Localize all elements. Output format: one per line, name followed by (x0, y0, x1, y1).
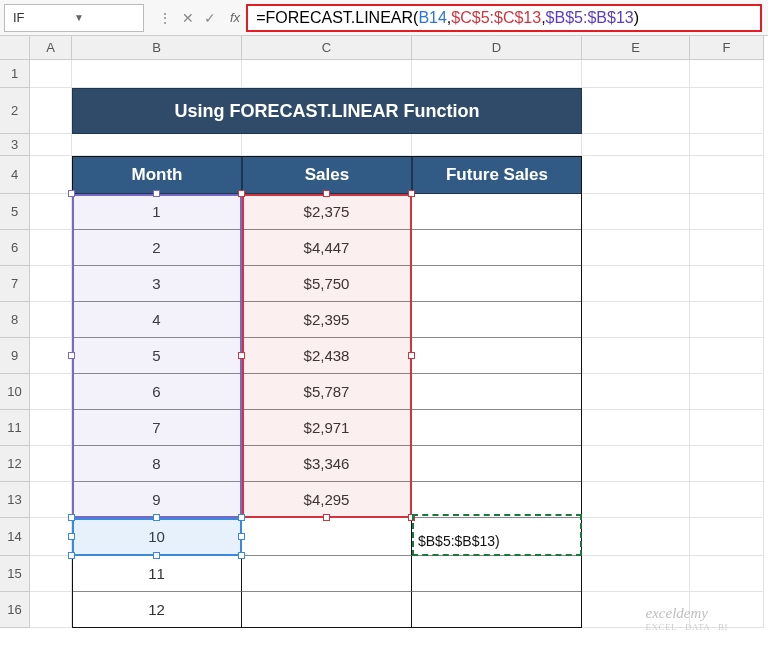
cell-future-11[interactable] (412, 556, 582, 592)
range-handle[interactable] (238, 514, 245, 521)
name-box[interactable]: IF ▼ (4, 4, 144, 32)
cell-month-11[interactable]: 11 (72, 556, 242, 592)
row-header-3[interactable]: 3 (0, 134, 30, 156)
range-handle[interactable] (408, 514, 415, 521)
formula-arg2: $C$5:$C$13 (451, 9, 541, 27)
row-header-4[interactable]: 4 (0, 156, 30, 194)
cell-sales-2[interactable]: $4,447 (242, 230, 412, 266)
cell-sales-12[interactable] (242, 592, 412, 628)
row-header-1[interactable]: 1 (0, 60, 30, 88)
cell-month-1[interactable]: 1 (72, 194, 242, 230)
col-header-D[interactable]: D (412, 36, 582, 60)
cell-sales-5[interactable]: $2,438 (242, 338, 412, 374)
range-handle[interactable] (323, 514, 330, 521)
row-header-9[interactable]: 9 (0, 338, 30, 374)
col-header-E[interactable]: E (582, 36, 690, 60)
cell-month-8[interactable]: 8 (72, 446, 242, 482)
formula-fn: FORECAST.LINEAR( (265, 9, 418, 27)
column-headers: ABCDEF (30, 36, 764, 60)
range-handle[interactable] (238, 352, 245, 359)
cell-sales-7[interactable]: $2,971 (242, 410, 412, 446)
cell-sales-4[interactable]: $2,395 (242, 302, 412, 338)
cell-month-6[interactable]: 6 (72, 374, 242, 410)
cell-future-4[interactable] (412, 302, 582, 338)
cell-sales-6[interactable]: $5,787 (242, 374, 412, 410)
range-handle[interactable] (408, 190, 415, 197)
cell-month-4[interactable]: 4 (72, 302, 242, 338)
range-handle[interactable] (153, 190, 160, 197)
cell-month-12[interactable]: 12 (72, 592, 242, 628)
col-header-B[interactable]: B (72, 36, 242, 60)
cells-area[interactable]: Using FORECAST.LINEAR FunctionMonthSales… (30, 60, 764, 628)
cell-sales-11[interactable] (242, 556, 412, 592)
col-header-F[interactable]: F (690, 36, 764, 60)
cell-future-6[interactable] (412, 374, 582, 410)
formula-bar: IF ▼ ⋮ ✕ ✓ fx =FORECAST.LINEAR(B14,$C$5:… (0, 0, 768, 36)
title-banner: Using FORECAST.LINEAR Function (72, 88, 582, 134)
range-handle[interactable] (323, 190, 330, 197)
header-month: Month (72, 156, 242, 194)
cell-future-12[interactable] (412, 592, 582, 628)
formula-eq: = (256, 9, 265, 27)
select-all-corner[interactable] (0, 36, 30, 60)
row-header-7[interactable]: 7 (0, 266, 30, 302)
cell-month-2[interactable]: 2 (72, 230, 242, 266)
cell-sales-1[interactable]: $2,375 (242, 194, 412, 230)
divider-icon: ⋮ (158, 10, 172, 26)
range-handle[interactable] (68, 352, 75, 359)
watermark-text: exceldemy (646, 605, 708, 621)
row-header-12[interactable]: 12 (0, 446, 30, 482)
cell-future-2[interactable] (412, 230, 582, 266)
range-handle[interactable] (408, 352, 415, 359)
cell-future-7[interactable] (412, 410, 582, 446)
cell-sales-8[interactable]: $3,346 (242, 446, 412, 482)
row-header-15[interactable]: 15 (0, 556, 30, 592)
row-header-10[interactable]: 10 (0, 374, 30, 410)
range-handle[interactable] (68, 533, 75, 540)
cell-future-5[interactable] (412, 338, 582, 374)
header-future: Future Sales (412, 156, 582, 194)
cell-sales-9[interactable]: $4,295 (242, 482, 412, 518)
row-header-2[interactable]: 2 (0, 88, 30, 134)
range-handle[interactable] (153, 552, 160, 559)
col-header-A[interactable]: A (30, 36, 72, 60)
row-header-16[interactable]: 16 (0, 592, 30, 628)
enter-icon[interactable]: ✓ (204, 10, 216, 26)
watermark-sub: EXCEL · DATA · BI (646, 622, 728, 632)
row-header-5[interactable]: 5 (0, 194, 30, 230)
cell-month-3[interactable]: 3 (72, 266, 242, 302)
cell-month-10[interactable]: 10 (72, 518, 242, 556)
row-header-11[interactable]: 11 (0, 410, 30, 446)
row-headers: 12345678910111213141516 (0, 60, 30, 628)
cell-future-3[interactable] (412, 266, 582, 302)
row-header-6[interactable]: 6 (0, 230, 30, 266)
cell-month-5[interactable]: 5 (72, 338, 242, 374)
formula-arg1: B14 (418, 9, 446, 27)
cell-future-9[interactable] (412, 482, 582, 518)
cell-sales-3[interactable]: $5,750 (242, 266, 412, 302)
cancel-icon[interactable]: ✕ (182, 10, 194, 26)
cell-sales-10[interactable] (242, 518, 412, 556)
range-handle[interactable] (238, 552, 245, 559)
formula-arg3: $B$5:$B$13 (546, 9, 634, 27)
fx-icon[interactable]: fx (230, 10, 240, 25)
watermark: exceldemy EXCEL · DATA · BI (646, 605, 728, 632)
formula-input[interactable]: =FORECAST.LINEAR(B14,$C$5:$C$13,$B$5:$B$… (246, 4, 762, 32)
row-header-8[interactable]: 8 (0, 302, 30, 338)
name-box-value: IF (13, 10, 74, 25)
range-handle[interactable] (238, 190, 245, 197)
row-header-14[interactable]: 14 (0, 518, 30, 556)
col-header-C[interactable]: C (242, 36, 412, 60)
cell-future-8[interactable] (412, 446, 582, 482)
cell-month-9[interactable]: 9 (72, 482, 242, 518)
range-handle[interactable] (238, 533, 245, 540)
range-handle[interactable] (68, 190, 75, 197)
row-header-13[interactable]: 13 (0, 482, 30, 518)
cell-month-7[interactable]: 7 (72, 410, 242, 446)
range-handle[interactable] (68, 514, 75, 521)
cell-future-1[interactable] (412, 194, 582, 230)
chevron-down-icon[interactable]: ▼ (74, 12, 135, 23)
range-handle[interactable] (68, 552, 75, 559)
formula-bar-controls: ⋮ ✕ ✓ (148, 10, 226, 26)
range-handle[interactable] (153, 514, 160, 521)
